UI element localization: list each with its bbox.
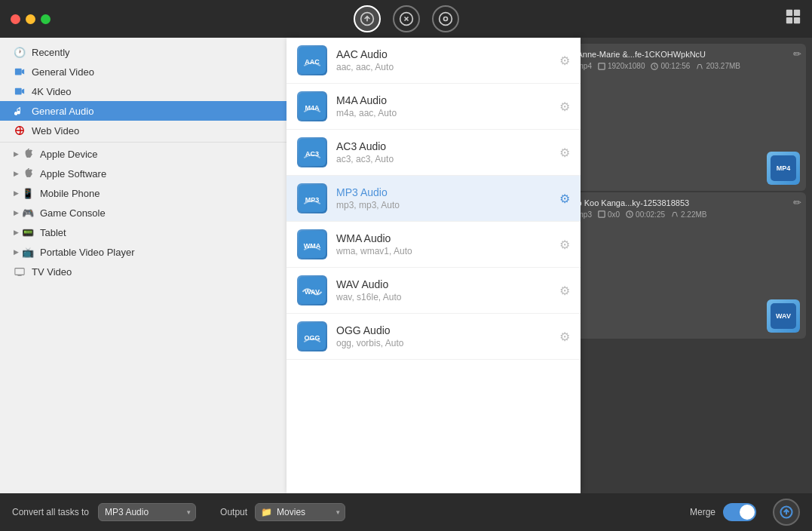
svg-point-2 [439,13,452,26]
apple-icon [22,148,34,160]
traffic-lights [11,14,51,24]
gear-icon-wav[interactable]: ⚙ [559,284,570,298]
format-ext-ogg: ogg, vorbis, Auto [336,338,550,348]
tv-icon [14,266,26,278]
title-bar-icons [354,5,459,32]
menu-item-general-video[interactable]: General Video [0,62,286,81]
gear-icon-wma[interactable]: ⚙ [559,238,570,252]
gear-icon-aac[interactable]: ⚙ [559,54,570,68]
menu-item-mobile-phone[interactable]: 📱 Mobile Phone [0,183,286,203]
svg-rect-4 [786,10,792,16]
menu-item-apple-device[interactable]: Apple Device [0,144,286,164]
card-meta-2: mp4 1920x1080 00:12:56 203.27MB [578,62,801,70]
card-size-4: 2.22MB [671,210,706,219]
output-section: Output 📁 Movies Desktop Downloads [220,503,345,521]
merge-section: Merge [690,503,756,521]
format-item-ac3[interactable]: AC3 AC3 Audio ac3, ac3, Auto ⚙ [286,130,581,176]
menu-item-tv-video[interactable]: TV Video [0,262,286,281]
portable-icon: 📺 [22,246,34,258]
wma-icon-box: WMA [297,229,327,259]
grid-icon[interactable] [785,8,801,29]
aac-icon-box: AAC [297,45,327,75]
ac3-icon-box: AC3 [297,137,327,167]
card-resolution-2: 1920x1080 [598,62,645,70]
menu-item-game-console[interactable]: 🎮 Game Console [0,203,286,223]
resolution-label-2: 1920x1080 [608,62,645,70]
gear-icon-m4a[interactable]: ⚙ [559,100,570,114]
badge-mp4-2: MP4 [767,152,800,185]
svg-rect-18 [15,88,22,95]
format-item-ogg[interactable]: OGG OGG Audio ogg, vorbis, Auto ⚙ [286,314,581,360]
format-badge-4: WAV [767,299,800,333]
menu-item-4k-video[interactable]: 4K Video [0,81,286,101]
ogg-icon-box: OGG [297,321,327,351]
format-item-m4a[interactable]: M4A M4A Audio m4a, aac, Auto ⚙ [286,84,581,130]
svg-rect-5 [794,10,800,16]
dropdown-menu: 🕐 Recently General Video 4K Video G [0,38,286,286]
mp3-icon-box: MP3 [297,183,327,213]
svg-rect-15 [599,211,605,217]
format-item-mp3[interactable]: MP3 MP3 Audio mp3, mp3, Auto ⚙ [286,176,581,222]
format-panel: AAC AAC Audio aac, aac, Auto ⚙ M4A M4A [286,38,581,493]
clock-icon: 🕐 [14,46,26,58]
menu-label-tv: TV Video [32,266,72,278]
output-select[interactable]: Movies Desktop Downloads [255,503,345,521]
menu-item-recently[interactable]: 🕐 Recently [0,42,286,62]
web-icon [14,124,26,137]
minimize-button[interactable] [26,14,35,24]
format-item-aac[interactable]: AAC AAC Audio aac, aac, Auto ⚙ [286,38,581,84]
merge-toggle[interactable] [723,503,756,521]
menu-label-4k-video: 4K Video [32,86,72,97]
format-ext-mp3: mp3, mp3, Auto [336,200,550,210]
format-name-mp3: MP3 Audio [336,186,550,198]
menu-item-apple-software[interactable]: Apple Software [0,164,286,183]
format-badge-2: MP4 [767,152,800,185]
edit-icon-4[interactable]: ✏ [793,197,801,208]
output-label: Output [220,507,247,517]
format-details-mp3: MP3 Audio mp3, mp3, Auto [336,186,550,210]
svg-point-3 [443,17,447,21]
card-resolution-4: 0x0 [598,210,620,219]
edit-icon-2[interactable]: ✏ [793,48,801,60]
convert-all-label: Convert all tasks to [12,507,89,517]
merge-label: Merge [690,507,715,517]
4k-icon [14,85,26,97]
menu-item-web-video[interactable]: Web Video [0,121,286,140]
menu-item-portable-video[interactable]: 📺 Portable Video Player [0,242,286,262]
svg-rect-17 [15,69,22,75]
format-select[interactable]: MP3 Audio AAC Audio WAV Audio [98,503,196,521]
format-ext-wma: wma, wmav1, Auto [336,246,550,256]
format-select-wrapper[interactable]: MP3 Audio AAC Audio WAV Audio [98,503,196,521]
gear-icon-ac3[interactable]: ⚙ [559,146,570,160]
format-name-ac3: AC3 Audio [336,140,550,152]
menu-item-general-audio[interactable]: General Audio [0,101,286,121]
svg-rect-7 [794,17,800,23]
dvd-icon[interactable] [432,5,459,32]
maximize-button[interactable] [41,14,51,24]
card-duration-4: 00:02:25 [626,210,665,219]
menu-divider-1 [0,142,286,143]
format-details-ogg: OGG Audio ogg, vorbis, Auto [336,324,550,348]
format-name-m4a: M4A Audio [336,94,550,106]
video-icon [14,66,26,78]
format-item-wav[interactable]: WAV WAV Audio wav, s16le, Auto ⚙ [286,268,581,314]
menu-item-tablet[interactable]: 📟 Tablet [0,223,286,242]
convert-icon[interactable] [354,5,381,32]
close-button[interactable] [11,14,20,24]
menu-label-portable: Portable Video Player [40,247,135,258]
convert-button[interactable] [773,499,800,526]
output-select-wrapper[interactable]: 📁 Movies Desktop Downloads [255,503,345,521]
audio-icon [14,105,26,117]
gear-icon-ogg[interactable]: ⚙ [559,330,570,344]
card-title-4: o Koo Kanga...ky-1253818853 [578,198,801,207]
compress-icon[interactable] [393,5,420,32]
format-item-wma[interactable]: WMA WMA Audio wma, wmav1, Auto ⚙ [286,222,581,268]
gear-icon-mp3[interactable]: ⚙ [559,192,570,206]
apple-sw-icon [22,167,34,180]
format-ext-ac3: ac3, ac3, Auto [336,154,550,164]
svg-rect-11 [599,63,605,69]
m4a-icon-box: M4A [297,91,327,121]
wav-icon-box: WAV [297,275,327,305]
format-details-m4a: M4A Audio m4a, aac, Auto [336,94,550,118]
game-icon: 🎮 [22,207,34,219]
